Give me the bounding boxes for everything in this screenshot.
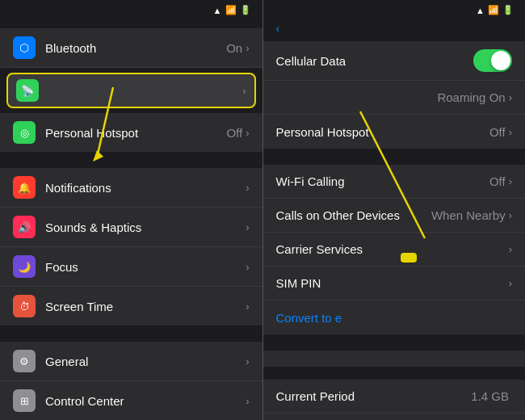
sim-pin-chevron: › — [509, 277, 512, 289]
right-phone: ▲ 📶 🔋 ‹ Cellular Data — [263, 0, 526, 420]
carrier-group: Wi-Fi Calling Off › Calls on Other Devic… — [263, 165, 526, 334]
hotspot-chevron: › — [246, 127, 249, 139]
current-period-value: 1.4 GB — [471, 389, 509, 403]
left-scroll[interactable]: ⬡ Bluetooth On › 📡 › — [0, 28, 262, 420]
calls-other-chevron: › — [509, 209, 512, 221]
hotspot-icon: ◎ — [20, 127, 29, 139]
row-hotspot[interactable]: ◎ Personal Hotspot Off › — [0, 113, 262, 152]
general-icon-bg: ⚙ — [13, 350, 36, 372]
data-usage-group: Current Period 1.4 GB Current Period Roa… — [263, 380, 526, 420]
convert-esim-label: Convert to e — [276, 311, 513, 325]
cellular-data-options-callout — [401, 253, 417, 262]
bluetooth-chevron: › — [246, 42, 249, 54]
personal-hotspot-chevron: › — [509, 126, 512, 138]
right-header: ‹ — [263, 19, 526, 41]
cellular-data-label: Cellular Data — [276, 54, 474, 68]
right-top-group: Cellular Data Roaming On › Personal Hots… — [263, 41, 526, 149]
left-top-group: ⬡ Bluetooth On › 📡 › — [0, 28, 262, 152]
bluetooth-icon: ⬡ — [19, 41, 29, 54]
row-bluetooth[interactable]: ⬡ Bluetooth On › — [0, 28, 262, 68]
personal-hotspot-label: Personal Hotspot — [276, 125, 489, 139]
signal-icon: ▲ — [213, 6, 222, 15]
wifi-calling-label: Wi-Fi Calling — [276, 174, 489, 188]
right-wifi-icon: 📶 — [488, 5, 499, 15]
notifications-label: Notifications — [45, 181, 246, 195]
row-current-period-roaming: Current Period Roaming 0 bytes — [263, 414, 526, 420]
row-convert-esim[interactable]: Convert to e — [263, 300, 526, 334]
left-middle-group: 🔔 Notifications › 🔊 Sounds & Haptics › 🌙 — [0, 168, 262, 326]
control-icon-bg: ⊞ — [13, 389, 36, 412]
control-center-label: Control Center — [45, 394, 246, 408]
screentime-label: Screen Time — [45, 300, 246, 313]
cellular-icon: 📡 — [21, 85, 34, 97]
back-chevron-icon: ‹ — [276, 22, 280, 35]
personal-hotspot-value: Off — [489, 125, 506, 139]
left-bottom-group: ⚙ General › ⊞ Control Center › ☀ Di — [0, 342, 262, 420]
carrier-services-chevron: › — [509, 243, 512, 255]
row-screentime[interactable]: ⏱ Screen Time › — [0, 287, 262, 326]
cellular-data-toggle[interactable] — [473, 49, 512, 72]
row-calls-other-devices[interactable]: Calls on Other Devices When Nearby › — [263, 199, 526, 233]
main-container: ▲ 📶 🔋 ⬡ Bluetooth On › — [0, 0, 525, 420]
wifi-calling-chevron: › — [509, 175, 512, 187]
cellular-data-options-chevron: › — [509, 91, 512, 103]
row-current-period: Current Period 1.4 GB — [263, 380, 526, 414]
sim-pin-label: SIM PIN — [276, 276, 509, 290]
row-cellular-highlighted[interactable]: 📡 › — [6, 73, 256, 108]
left-status-icons: ▲ 📶 🔋 — [213, 5, 251, 15]
battery-icon: 🔋 — [240, 5, 251, 15]
focus-icon-bg: 🌙 — [13, 255, 36, 278]
row-focus[interactable]: 🌙 Focus › — [0, 247, 262, 287]
sounds-icon: 🔊 — [18, 221, 31, 233]
back-button[interactable]: ‹ — [276, 22, 282, 35]
general-label: General — [45, 355, 246, 368]
row-cellular-data[interactable]: Cellular Data — [263, 41, 526, 81]
wifi-calling-value: Off — [489, 174, 506, 188]
right-scroll[interactable]: Cellular Data Roaming On › Personal Hots… — [263, 41, 526, 420]
focus-icon: 🌙 — [18, 261, 31, 273]
left-header — [0, 19, 262, 28]
bluetooth-label: Bluetooth — [45, 41, 226, 55]
left-phone: ▲ 📶 🔋 ⬡ Bluetooth On › — [0, 0, 263, 420]
bluetooth-value: On — [226, 41, 242, 55]
row-carrier-services[interactable]: Carrier Services › — [263, 233, 526, 267]
focus-chevron: › — [246, 261, 249, 273]
sounds-chevron: › — [246, 221, 249, 233]
carrier-services-label: Carrier Services — [276, 242, 509, 256]
row-notifications[interactable]: 🔔 Notifications › — [0, 168, 262, 208]
screentime-icon: ⏱ — [19, 300, 30, 313]
notifications-icon: 🔔 — [18, 182, 31, 194]
row-wifi-calling[interactable]: Wi-Fi Calling Off › — [263, 165, 526, 199]
cellular-icon-bg: 📡 — [16, 79, 39, 102]
row-cellular-data-options[interactable]: Roaming On › — [263, 81, 526, 115]
left-status-bar: ▲ 📶 🔋 — [0, 0, 262, 19]
control-icon: ⊞ — [20, 395, 29, 407]
wifi-icon: 📶 — [225, 5, 237, 15]
cellular-data-options-value: Roaming On — [437, 90, 505, 104]
cellular-data-desc — [263, 149, 526, 158]
hotspot-icon-bg: ◎ — [13, 121, 36, 144]
right-signal-icon: ▲ — [476, 6, 485, 15]
row-sim-pin[interactable]: SIM PIN › — [263, 267, 526, 300]
cellular-chevron: › — [242, 85, 246, 97]
screentime-icon-bg: ⏱ — [13, 295, 36, 317]
screentime-chevron: › — [246, 300, 249, 313]
general-icon: ⚙ — [19, 355, 29, 368]
sounds-label: Sounds & Haptics — [45, 220, 246, 234]
control-chevron: › — [246, 395, 249, 407]
right-status-icons: ▲ 📶 🔋 — [476, 5, 514, 15]
right-status-bar: ▲ 📶 🔋 — [263, 0, 526, 19]
hotspot-value: Off — [226, 126, 242, 140]
notifications-chevron: › — [246, 182, 249, 194]
bluetooth-icon-bg: ⬡ — [13, 36, 36, 59]
current-period-label: Current Period — [276, 389, 472, 403]
row-general[interactable]: ⚙ General › — [0, 342, 262, 381]
sounds-icon-bg: 🔊 — [13, 216, 36, 238]
hotspot-label: Personal Hotspot — [45, 126, 226, 140]
row-sounds[interactable]: 🔊 Sounds & Haptics › — [0, 208, 262, 247]
row-control-center[interactable]: ⊞ Control Center › — [0, 381, 262, 420]
focus-label: Focus — [45, 260, 246, 274]
notifications-icon-bg: 🔔 — [13, 176, 36, 199]
carrier-section-label — [263, 158, 526, 165]
row-personal-hotspot[interactable]: Personal Hotspot Off › — [263, 115, 526, 149]
